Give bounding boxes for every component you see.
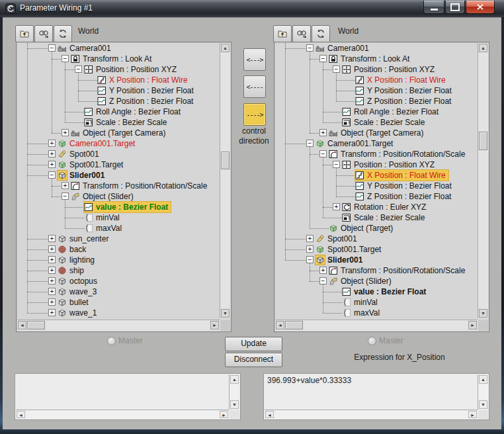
tree-item[interactable]: Object (Target Camera) bbox=[71, 128, 165, 138]
right-tree-vertical-scrollbar[interactable] bbox=[478, 43, 488, 318]
expand-toggle-icon[interactable]: + bbox=[319, 267, 327, 274]
collapse-toggle-icon[interactable]: − bbox=[75, 65, 82, 73]
scroll-down-icon[interactable] bbox=[479, 400, 487, 409]
tree-item[interactable]: Position : Position XYZ bbox=[342, 64, 435, 75]
scroll-up-icon[interactable] bbox=[479, 375, 487, 384]
left-show-parent-button[interactable] bbox=[15, 25, 34, 42]
tree-item[interactable]: Transform : Position/Rotation/Scale bbox=[71, 181, 207, 191]
left-refresh-button[interactable] bbox=[54, 25, 72, 42]
scroll-down-icon[interactable] bbox=[221, 309, 230, 318]
horizontal-scroll-thumb[interactable] bbox=[27, 321, 45, 329]
scroll-up-icon[interactable] bbox=[221, 44, 230, 52]
left-parameter-tree[interactable]: −Camera001−Transform : Look At−Position … bbox=[16, 42, 231, 332]
right-expression-text[interactable]: 396.993+value*0.33333 bbox=[267, 376, 476, 385]
tree-item[interactable]: Scale : Bezier Scale bbox=[84, 117, 167, 128]
collapse-toggle-icon[interactable]: − bbox=[48, 171, 56, 179]
scroll-right-icon[interactable] bbox=[210, 321, 219, 329]
collapse-toggle-icon[interactable]: − bbox=[62, 193, 69, 200]
scroll-up-icon[interactable] bbox=[230, 375, 239, 384]
tree-item[interactable]: lighting bbox=[58, 255, 95, 265]
expand-toggle-icon[interactable]: + bbox=[48, 150, 56, 157]
collapse-toggle-icon[interactable]: − bbox=[306, 44, 314, 52]
tree-item[interactable]: Camera001.Target bbox=[315, 138, 393, 149]
expand-toggle-icon[interactable]: + bbox=[48, 161, 56, 168]
tree-item[interactable]: Scale : Bezier Scale bbox=[342, 117, 425, 128]
left-expression-horizontal-scrollbar[interactable] bbox=[16, 410, 229, 419]
expand-toggle-icon[interactable]: + bbox=[48, 267, 56, 274]
tree-item[interactable]: minVal bbox=[84, 212, 120, 223]
horizontal-scroll-thumb[interactable] bbox=[285, 321, 303, 329]
right-expression-vertical-scrollbar[interactable] bbox=[478, 374, 488, 410]
titlebar[interactable]: Parameter Wiring #1 bbox=[0, 0, 504, 18]
left-tree-vertical-scrollbar[interactable] bbox=[220, 43, 230, 318]
tree-item[interactable]: back bbox=[58, 244, 86, 255]
scroll-up-icon[interactable] bbox=[479, 44, 487, 52]
tree-item[interactable]: Position : Position XYZ bbox=[342, 159, 435, 170]
tree-item[interactable]: Y Position : Bezier Float bbox=[97, 85, 194, 96]
tree-item[interactable]: X Position : Float Wire bbox=[355, 75, 446, 85]
scroll-left-icon[interactable] bbox=[265, 411, 274, 418]
tree-item[interactable]: Transform : Look At bbox=[71, 54, 151, 64]
right-master-radio[interactable] bbox=[368, 337, 376, 345]
tree-item[interactable]: Z Position : Bezier Float bbox=[355, 96, 451, 107]
tree-item[interactable]: value : Bezier Float bbox=[342, 286, 426, 297]
expand-toggle-icon[interactable]: + bbox=[306, 235, 314, 242]
scroll-right-icon[interactable] bbox=[468, 321, 477, 329]
collapse-toggle-icon[interactable]: − bbox=[306, 256, 314, 263]
tree-item[interactable]: ship bbox=[58, 265, 84, 276]
collapse-toggle-icon[interactable]: − bbox=[319, 55, 327, 62]
tree-item[interactable]: Transform : Position/Rotation/Scale bbox=[329, 265, 465, 276]
tree-item[interactable]: Spot001 bbox=[315, 234, 357, 244]
right-find-next-button[interactable] bbox=[292, 25, 311, 42]
tree-item[interactable]: Y Position : Bezier Float bbox=[355, 181, 452, 191]
tree-item[interactable]: value : Bezier Float bbox=[84, 202, 171, 212]
collapse-toggle-icon[interactable]: − bbox=[319, 150, 327, 157]
tree-item[interactable]: X Position : Float Wire bbox=[355, 170, 448, 181]
collapse-toggle-icon[interactable]: − bbox=[62, 55, 69, 62]
tree-item[interactable]: Spot001 bbox=[58, 149, 99, 159]
tree-item[interactable]: sun_center bbox=[58, 234, 108, 244]
scroll-down-icon[interactable] bbox=[230, 400, 239, 409]
tree-item[interactable]: Camera001 bbox=[315, 43, 369, 54]
tree-item[interactable]: Roll Angle : Bezier Float bbox=[342, 107, 439, 117]
tree-item[interactable]: Transform : Look At bbox=[329, 54, 409, 64]
maximize-button[interactable] bbox=[445, 1, 465, 14]
tree-item[interactable]: Spot001.Target bbox=[58, 159, 123, 170]
disconnect-button[interactable]: Disconnect bbox=[225, 353, 282, 367]
tree-item[interactable]: Rotation : Euler XYZ bbox=[342, 202, 426, 212]
scroll-right-icon[interactable] bbox=[220, 411, 228, 418]
tree-item[interactable]: Z Position : Bezier Float bbox=[355, 191, 451, 202]
expand-toggle-icon[interactable]: + bbox=[48, 256, 56, 263]
tree-item[interactable]: Z Position : Bezier Float bbox=[97, 96, 193, 107]
right-expression-horizontal-scrollbar[interactable] bbox=[265, 410, 478, 419]
tree-item[interactable]: Object (Slider) bbox=[329, 276, 392, 286]
left-tree-horizontal-scrollbar[interactable] bbox=[17, 320, 220, 331]
tree-item[interactable]: Object (Target Camera) bbox=[329, 128, 423, 138]
tree-item[interactable]: Slider001 bbox=[58, 170, 105, 181]
collapse-toggle-icon[interactable]: − bbox=[319, 277, 327, 284]
expand-toggle-icon[interactable]: + bbox=[48, 140, 56, 147]
expand-toggle-icon[interactable]: + bbox=[62, 129, 69, 136]
right-refresh-button[interactable] bbox=[312, 25, 330, 42]
vertical-scroll-thumb[interactable] bbox=[221, 152, 230, 169]
tree-item[interactable]: bullet bbox=[58, 297, 89, 308]
tree-item[interactable]: Object (Slider) bbox=[71, 191, 134, 202]
tree-item[interactable]: Slider001 bbox=[315, 255, 362, 265]
tree-item[interactable]: X Position : Float Wire bbox=[97, 75, 188, 85]
left-to-right-direction-button[interactable]: ----> bbox=[243, 103, 266, 126]
tree-item[interactable]: octopus bbox=[58, 276, 97, 286]
update-button[interactable]: Update bbox=[225, 337, 282, 351]
right-expression-box[interactable]: 396.993+value*0.33333 bbox=[263, 373, 489, 420]
two-way-direction-button[interactable]: <---> bbox=[243, 48, 266, 71]
expand-toggle-icon[interactable]: + bbox=[62, 182, 69, 189]
left-master-radio[interactable] bbox=[107, 337, 116, 345]
expand-toggle-icon[interactable]: + bbox=[48, 309, 56, 316]
left-expression-box[interactable] bbox=[15, 373, 241, 420]
scroll-down-icon[interactable] bbox=[479, 309, 487, 318]
right-show-parent-button[interactable] bbox=[273, 25, 292, 42]
tree-item[interactable]: Scale : Bezier Scale bbox=[342, 212, 425, 223]
expand-toggle-icon[interactable]: + bbox=[48, 298, 56, 306]
collapse-toggle-icon[interactable]: − bbox=[333, 161, 340, 168]
collapse-toggle-icon[interactable]: − bbox=[48, 44, 56, 52]
tree-item[interactable]: wave_1 bbox=[58, 308, 97, 318]
